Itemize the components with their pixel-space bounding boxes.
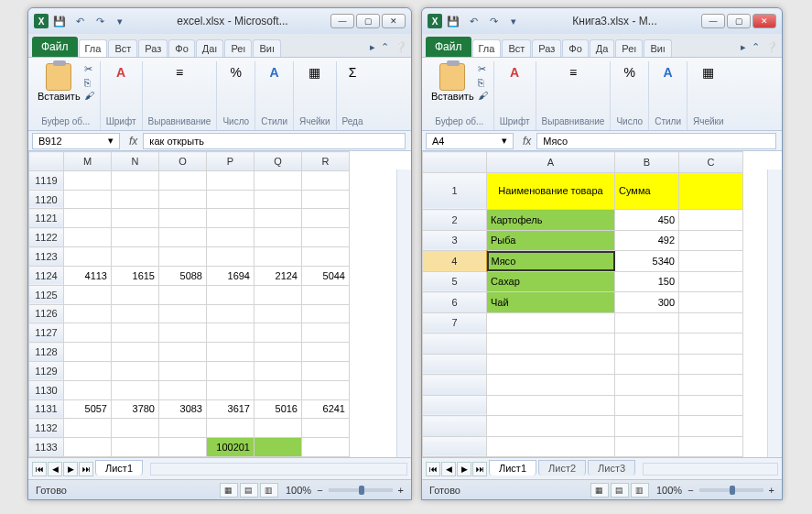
sheet-nav-last-icon[interactable]: ⏭ xyxy=(79,462,93,476)
horizontal-scrollbar[interactable] xyxy=(643,463,778,476)
row-header[interactable]: 1125 xyxy=(29,285,64,304)
row-header[interactable] xyxy=(423,436,487,457)
titlebar[interactable]: X 💾 ↶ ↷ ▾ Книга3.xlsx - M... — ▢ ✕ xyxy=(422,8,782,34)
cell[interactable]: 5057 xyxy=(64,399,112,419)
ribbon-overflow-icon[interactable]: ▸ xyxy=(741,41,746,53)
cell[interactable]: 3617 xyxy=(207,399,254,419)
col-header[interactable]: B xyxy=(615,152,679,173)
tab-view[interactable]: Виı xyxy=(644,39,672,57)
sheet-nav-next-icon[interactable]: ▶ xyxy=(63,462,78,476)
cell[interactable]: Рыба xyxy=(487,230,615,251)
row-header[interactable]: 4 xyxy=(423,251,487,272)
ribbon-minimize-icon[interactable]: ⌃ xyxy=(752,41,760,53)
minimize-button[interactable]: — xyxy=(701,14,725,28)
save-icon[interactable]: 💾 xyxy=(446,14,460,28)
normal-view-icon[interactable]: ▦ xyxy=(590,483,609,498)
worksheet-grid[interactable]: A B C 1 Наименование товара Сумма 2 Карт… xyxy=(422,151,782,457)
sheet-tab[interactable]: Лист2 xyxy=(538,460,586,476)
zoom-slider[interactable] xyxy=(329,488,393,492)
undo-icon[interactable]: ↶ xyxy=(72,14,87,28)
tab-insert[interactable]: Вст xyxy=(502,39,531,57)
ribbon-overflow-icon[interactable]: ▸ xyxy=(370,41,375,53)
paste-button[interactable]: Вставить xyxy=(38,63,81,102)
col-header[interactable]: Q xyxy=(254,152,302,171)
tab-view[interactable]: Виı xyxy=(253,39,281,57)
row-header[interactable]: 1127 xyxy=(29,323,64,343)
vertical-scrollbar[interactable] xyxy=(396,170,411,457)
ribbon-number[interactable]: % Число xyxy=(611,61,649,130)
cell[interactable]: Картофель xyxy=(487,210,615,231)
page-break-view-icon[interactable]: ▥ xyxy=(631,483,649,498)
tab-formulas[interactable]: Фо xyxy=(168,39,194,57)
row-header[interactable] xyxy=(423,416,487,437)
zoom-level[interactable]: 100% xyxy=(656,485,682,496)
ribbon-alignment[interactable]: ≡ Выравнивание xyxy=(536,61,612,130)
ribbon-number[interactable]: % Число xyxy=(217,61,255,130)
sheet-tab[interactable]: Лист1 xyxy=(489,460,536,476)
zoom-out-icon[interactable]: − xyxy=(687,485,693,496)
cell[interactable]: 150 xyxy=(615,271,679,292)
cell[interactable]: 5044 xyxy=(302,266,350,285)
cell[interactable]: 300 xyxy=(615,292,679,313)
maximize-button[interactable]: ▢ xyxy=(356,14,380,28)
row-header[interactable]: 1129 xyxy=(29,361,64,380)
ribbon-alignment[interactable]: ≡ Выравнивание xyxy=(143,61,218,130)
tab-layout[interactable]: Раз xyxy=(138,39,168,57)
sheet-nav-last-icon[interactable]: ⏭ xyxy=(472,462,487,476)
sheet-nav-prev-icon[interactable]: ◀ xyxy=(441,462,456,476)
cell[interactable]: 3780 xyxy=(112,399,159,419)
row-header[interactable]: 6 xyxy=(423,292,487,313)
select-all-corner[interactable] xyxy=(29,152,64,171)
cell[interactable]: 5340 xyxy=(615,251,679,272)
cell[interactable]: Сахар xyxy=(487,271,615,292)
zoom-in-icon[interactable]: + xyxy=(769,485,774,496)
name-box[interactable]: A4▾ xyxy=(426,133,514,149)
row-header[interactable]: 1121 xyxy=(29,209,64,228)
row-header[interactable]: 1122 xyxy=(29,228,64,247)
tab-home[interactable]: Гла xyxy=(79,39,108,57)
zoom-slider[interactable] xyxy=(699,488,763,492)
page-layout-view-icon[interactable]: ▤ xyxy=(240,483,258,498)
row-header[interactable]: 1133 xyxy=(29,438,64,457)
sheet-nav-first-icon[interactable]: ⏮ xyxy=(426,462,440,476)
row-header[interactable] xyxy=(423,395,487,416)
cell[interactable]: Чай xyxy=(487,292,615,313)
paste-button[interactable]: Вставить xyxy=(431,63,474,102)
normal-view-icon[interactable]: ▦ xyxy=(220,483,238,498)
row-header[interactable] xyxy=(423,334,487,355)
horizontal-scrollbar[interactable] xyxy=(150,463,407,476)
cell-header[interactable]: Наименование товара xyxy=(487,172,615,210)
zoom-out-icon[interactable]: − xyxy=(317,485,322,496)
tab-data[interactable]: Даı xyxy=(196,39,224,57)
close-button[interactable]: ✕ xyxy=(382,14,406,28)
formula-input[interactable]: как открыть xyxy=(143,133,406,149)
save-icon[interactable]: 💾 xyxy=(52,14,67,28)
cut-icon[interactable]: ✂ xyxy=(478,63,488,75)
sheet-nav-first-icon[interactable]: ⏮ xyxy=(32,462,47,476)
name-box[interactable]: B912▾ xyxy=(32,133,120,149)
col-header[interactable]: R xyxy=(302,152,350,171)
row-header[interactable] xyxy=(423,354,487,375)
ribbon-cells[interactable]: ▦ Ячейки xyxy=(294,61,337,130)
cell-header[interactable]: Сумма xyxy=(615,172,679,210)
minimize-button[interactable]: — xyxy=(330,14,354,28)
copy-icon[interactable]: ⎘ xyxy=(84,77,94,88)
cell[interactable]: 1694 xyxy=(207,266,254,285)
tab-file[interactable]: Файл xyxy=(32,37,78,57)
row-header[interactable]: 1123 xyxy=(29,247,64,267)
format-painter-icon[interactable]: 🖌 xyxy=(84,90,94,101)
redo-icon[interactable]: ↷ xyxy=(92,14,107,28)
ribbon-font[interactable]: A Шрифт xyxy=(101,61,143,130)
page-layout-view-icon[interactable]: ▤ xyxy=(611,483,629,498)
undo-icon[interactable]: ↶ xyxy=(466,14,481,28)
tab-home[interactable]: Гла xyxy=(472,39,502,57)
col-header[interactable]: A xyxy=(487,152,615,173)
vertical-scrollbar[interactable] xyxy=(767,170,782,457)
sheet-tab[interactable]: Лист3 xyxy=(588,460,635,476)
row-header[interactable]: 1132 xyxy=(29,419,64,438)
dropdown-icon[interactable]: ▾ xyxy=(108,135,114,147)
cell-partial[interactable]: 100201 xyxy=(207,438,254,457)
cell[interactable]: 6241 xyxy=(302,399,350,419)
sheet-nav-prev-icon[interactable]: ◀ xyxy=(48,462,62,476)
ribbon-styles[interactable]: A Стили xyxy=(255,61,294,130)
